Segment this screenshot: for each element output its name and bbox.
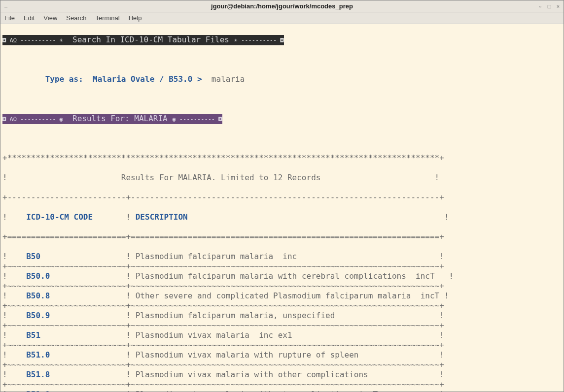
table-row-sep: +~~~~~~~~~~~~~~~~~~~~~~~~~+~~~~~~~~~~~~~… xyxy=(2,301,562,311)
table-row-sep: +~~~~~~~~~~~~~~~~~~~~~~~~~+~~~~~~~~~~~~~… xyxy=(2,261,562,271)
desc-cell: Plasmodium vivax malaria inc ex1 xyxy=(136,330,440,340)
code-cell: B51 xyxy=(26,330,121,340)
terminal-content[interactable]: ◘ ΑΩ ---------- ☀ Search In ICD-10-CM Ta… xyxy=(0,24,564,392)
table-row-sep: +~~~~~~~~~~~~~~~~~~~~~~~~~+~~~~~~~~~~~~~… xyxy=(2,380,562,390)
results-banner: ◘ ΑΩ ---------- ◉ Results For: MALARIA ◉… xyxy=(2,114,222,124)
menu-search[interactable]: Search xyxy=(66,14,86,22)
prompt-label: Type as: Malaria Ovale / B53.0 > xyxy=(45,74,202,84)
table-row: ! B51.0 ! Plasmodium vivax malaria with … xyxy=(2,350,562,360)
close-button[interactable]: × xyxy=(555,3,562,10)
table-top-border: +***************************************… xyxy=(2,153,562,163)
desc-cell: Other severe and complicated Plasmodium … xyxy=(136,291,444,300)
table-row-sep: +~~~~~~~~~~~~~~~~~~~~~~~~~+~~~~~~~~~~~~~… xyxy=(2,340,562,350)
search-banner: ◘ ΑΩ ---------- ☀ Search In ICD-10-CM Ta… xyxy=(2,35,284,45)
menu-edit[interactable]: Edit xyxy=(24,14,35,22)
code-cell: B50.8 xyxy=(26,291,121,300)
minimize-button[interactable]: ▫ xyxy=(537,3,544,10)
desc-cell: Plasmodium vivax malaria without complic… xyxy=(136,390,440,392)
table-row: ! B50.9 ! Plasmodium falciparum malaria,… xyxy=(2,311,562,321)
desc-cell: Plasmodium vivax malaria with other comp… xyxy=(136,370,440,379)
table-divider: +=========================+=============… xyxy=(2,232,562,242)
desc-cell: Plasmodium falciparum malaria inc xyxy=(136,252,440,261)
desc-cell: Plasmodium falciparum malaria with cereb… xyxy=(136,271,449,281)
code-cell: B50.9 xyxy=(26,311,121,320)
code-cell: B51.0 xyxy=(26,350,121,359)
desc-cell: Plasmodium vivax malaria with rupture of… xyxy=(136,350,440,359)
table-row: ! B51 ! Plasmodium vivax malaria inc ex1… xyxy=(2,330,562,340)
code-cell: B51.9 xyxy=(26,390,121,392)
code-cell: B50 xyxy=(26,252,121,261)
table-row: ! B51.8 ! Plasmodium vivax malaria with … xyxy=(2,370,562,380)
table-row-sep: +~~~~~~~~~~~~~~~~~~~~~~~~~+~~~~~~~~~~~~~… xyxy=(2,281,562,291)
table-divider: +-------------------------+-------------… xyxy=(2,193,562,202)
menu-view[interactable]: View xyxy=(43,14,57,22)
menubar: File Edit View Search Terminal Help xyxy=(0,12,564,24)
menu-terminal[interactable]: Terminal xyxy=(96,14,120,22)
table-row: ! B50.0 ! Plasmodium falciparum malaria … xyxy=(2,271,562,281)
table-row-sep: +~~~~~~~~~~~~~~~~~~~~~~~~~+~~~~~~~~~~~~~… xyxy=(2,321,562,330)
titlebar: – jgour@debian:/home/jgour/work/mcodes_p… xyxy=(0,0,564,12)
collapse-button[interactable]: – xyxy=(2,3,9,10)
code-cell: B50.0 xyxy=(26,271,121,281)
desc-cell: Plasmodium falciparum malaria, unspecifi… xyxy=(136,311,440,320)
terminal-window: – jgour@debian:/home/jgour/work/mcodes_p… xyxy=(0,0,564,392)
menu-help[interactable]: Help xyxy=(129,14,142,22)
table-caption: ! Results For MALARIA. Limited to 12 Rec… xyxy=(2,173,562,183)
code-cell: B51.8 xyxy=(26,370,121,379)
maximize-button[interactable]: □ xyxy=(546,3,553,10)
table-row: ! B50 ! Plasmodium falciparum malaria in… xyxy=(2,252,562,261)
table-row: ! B51.9 ! Plasmodium vivax malaria witho… xyxy=(2,390,562,392)
menu-file[interactable]: File xyxy=(4,14,15,22)
table-row: ! B50.8 ! Other severe and complicated P… xyxy=(2,291,562,301)
col-code: ICD-10-CM CODE xyxy=(26,212,121,222)
col-desc: DESCRIPTION xyxy=(136,212,188,222)
search-input-value: malaria xyxy=(202,74,245,84)
table-header: ! ICD-10-CM CODE ! DESCRIPTION ! xyxy=(2,212,562,222)
window-title: jgour@debian:/home/jgour/work/mcodes_pre… xyxy=(211,2,353,10)
table-row-sep: +~~~~~~~~~~~~~~~~~~~~~~~~~+~~~~~~~~~~~~~… xyxy=(2,360,562,370)
